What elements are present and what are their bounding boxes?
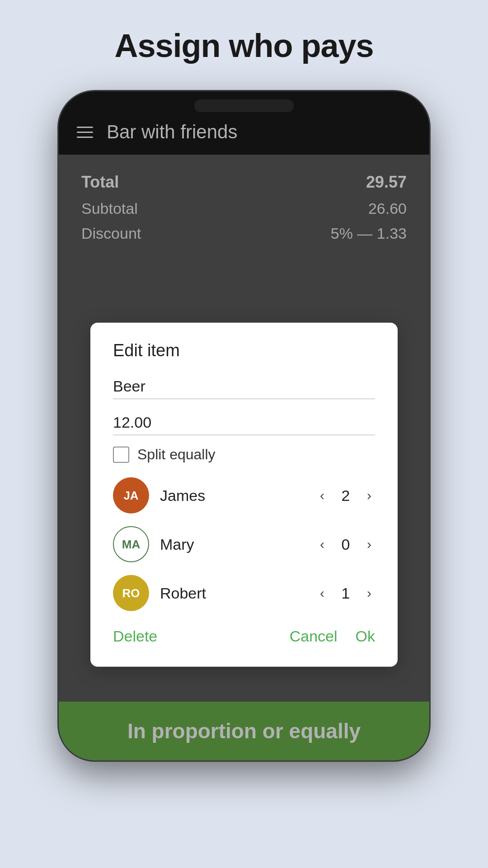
avatar-robert: RO (113, 575, 149, 611)
stepper-robert: ‹ 1 › (316, 584, 375, 603)
person-name-mary: Mary (160, 535, 194, 553)
stepper-value-robert: 1 (339, 584, 352, 602)
person-row-robert: RO Robert ‹ 1 › (113, 575, 375, 611)
stepper-decrease-mary[interactable]: ‹ (316, 535, 328, 554)
ok-button[interactable]: Ok (356, 624, 375, 649)
page-title: Assign who pays (114, 27, 373, 64)
phone-device: Bar with friends Total 29.57 Subtotal 26… (59, 91, 429, 760)
stepper-increase-robert[interactable]: › (363, 584, 375, 603)
stepper-increase-james[interactable]: › (363, 486, 375, 505)
stepper-decrease-robert[interactable]: ‹ (316, 584, 328, 603)
stepper-value-james: 2 (339, 486, 352, 504)
cancel-button[interactable]: Cancel (290, 624, 338, 649)
split-equally-label: Split equally (137, 446, 216, 463)
person-name-james: James (160, 486, 205, 504)
delete-button[interactable]: Delete (113, 624, 157, 649)
phone-notch (194, 99, 294, 112)
avatar-mary: MA (113, 526, 149, 562)
dialog-actions: Delete Cancel Ok (113, 624, 375, 649)
stepper-mary: ‹ 0 › (316, 535, 375, 554)
person-name-robert: Robert (160, 584, 206, 602)
stepper-increase-mary[interactable]: › (363, 535, 375, 554)
edit-item-dialog: Edit item Split equally JA James (90, 323, 398, 667)
dialog-action-group: Cancel Ok (290, 624, 375, 649)
person-row-mary: MA Mary ‹ 0 › (113, 526, 375, 562)
avatar-james: JA (113, 477, 149, 514)
stepper-value-mary: 0 (339, 535, 352, 553)
person-row-james: JA James ‹ 2 › (113, 477, 375, 514)
dialog-title: Edit item (113, 341, 375, 360)
split-equally-row: Split equally (113, 446, 375, 463)
phone-screen: Bar with friends Total 29.57 Subtotal 26… (59, 91, 429, 760)
stepper-decrease-james[interactable]: ‹ (316, 486, 328, 505)
item-price-input[interactable] (113, 410, 375, 435)
stepper-james: ‹ 2 › (316, 486, 375, 505)
split-equally-checkbox[interactable] (113, 446, 129, 462)
item-name-input[interactable] (113, 374, 375, 399)
